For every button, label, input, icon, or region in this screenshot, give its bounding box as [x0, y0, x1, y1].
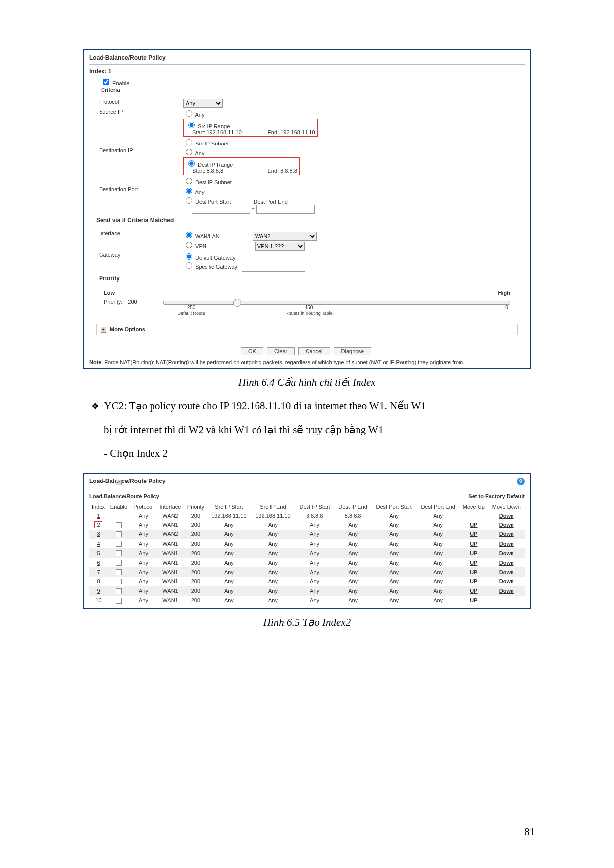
index-link[interactable]: 9 [97, 588, 100, 594]
set-factory-default-link[interactable]: Set to Factory Default [468, 493, 525, 499]
gw-specific-radio[interactable] [186, 262, 192, 269]
cell-src-start: Any [207, 577, 251, 586]
index-link[interactable]: 10 [95, 597, 101, 603]
dport-end-input[interactable] [256, 205, 315, 214]
src-subnet-radio[interactable] [186, 139, 192, 145]
protocol-select[interactable]: Any [183, 99, 223, 108]
vpn-text: VPN [195, 243, 206, 249]
dst-subnet-radio[interactable] [186, 178, 192, 184]
cell-src-end: Any [251, 596, 295, 605]
vpn-select[interactable]: VPN 1.??? [255, 242, 305, 251]
figure-caption-6-5: Hình 6.5 Tạo Index2 [79, 616, 535, 628]
enable-checkbox[interactable] [116, 588, 122, 594]
table-row: 5AnyWAN1200AnyAnyAnyAnyAnyAnyUPDown [89, 548, 525, 558]
move-up-link[interactable]: UP [470, 531, 477, 537]
enable-checkbox[interactable] [116, 531, 122, 537]
move-up-link[interactable]: UP [470, 522, 477, 528]
cell-src-start: Any [207, 548, 251, 558]
cell-src-end: Any [251, 530, 295, 539]
cancel-button[interactable]: Cancel [298, 347, 330, 355]
wanlan-radio[interactable] [186, 232, 192, 238]
dst-any-radio[interactable] [186, 149, 192, 155]
enable-checkbox[interactable] [116, 541, 122, 547]
enable-checkbox[interactable] [116, 560, 122, 566]
index-link[interactable]: 5 [97, 550, 100, 556]
table-header-row: Index Enable Protocol Interface Priority… [89, 502, 525, 511]
enable-checkbox[interactable] [103, 79, 109, 85]
table-row: 10AnyWAN1200AnyAnyAnyAnyAnyAnyUP [89, 596, 525, 605]
cell-interface: WAN2 [156, 511, 184, 520]
src-range-radio[interactable] [188, 122, 195, 128]
move-down-link[interactable]: Down [499, 579, 514, 584]
src-any-radio[interactable] [186, 110, 192, 117]
dport-start-input[interactable] [192, 205, 250, 214]
cell-dport-start: Any [371, 586, 416, 595]
move-up-link[interactable]: UP [470, 550, 477, 556]
gw-default-text: Default Gateway [195, 255, 235, 261]
move-down-link[interactable]: Down [499, 541, 514, 547]
index-link[interactable]: 7 [97, 569, 100, 575]
wan-select[interactable]: WAN2 [253, 232, 317, 241]
cell-dst-start: Any [295, 577, 334, 586]
enable-checkbox[interactable] [116, 522, 122, 528]
move-down-link[interactable]: Down [499, 531, 514, 537]
enable-checkbox[interactable] [116, 569, 122, 575]
index-link[interactable]: 8 [97, 579, 100, 584]
dst-range-radio[interactable] [188, 160, 195, 167]
tick-250: 250 [187, 305, 196, 310]
index-link[interactable]: 2 [94, 521, 102, 528]
cell-dport-start: Any [371, 558, 416, 567]
move-down-link[interactable]: Down [499, 513, 514, 519]
move-down-link[interactable]: Down [499, 588, 514, 594]
page-number: 81 [524, 826, 535, 838]
src-start-label: Start: [192, 129, 205, 135]
move-down-link[interactable]: Down [499, 522, 514, 528]
cell-dport-start: Any [371, 511, 416, 520]
route-policy-form-screenshot: Load-Balance/Route Policy Index: 1 Enabl… [83, 49, 531, 369]
gw-specific-input[interactable] [242, 263, 305, 272]
more-options-label[interactable]: More Options [110, 326, 145, 332]
enable-checkbox[interactable] [116, 550, 122, 556]
enable-checkbox[interactable] [116, 579, 122, 584]
vpn-radio[interactable] [186, 242, 192, 248]
move-up-link[interactable]: UP [470, 597, 477, 603]
expand-icon[interactable]: + [101, 327, 106, 333]
enable-checkbox[interactable] [116, 598, 122, 604]
index-link[interactable]: 4 [97, 541, 100, 547]
clear-button[interactable]: Clear [267, 347, 295, 355]
move-up-link[interactable]: UP [470, 579, 477, 584]
diagnose-button[interactable]: Diagnose [334, 347, 371, 355]
move-down-link[interactable]: Down [499, 550, 514, 556]
help-icon[interactable]: ? [517, 478, 525, 485]
dport-end-text: Dest Port End [254, 199, 287, 205]
enable-checkbox[interactable] [116, 480, 122, 485]
choose-index2-line: - Chọn Index 2 [79, 444, 535, 464]
dport-range-radio[interactable] [186, 197, 192, 204]
index-link[interactable]: 6 [97, 560, 100, 566]
move-down-link[interactable]: Down [499, 560, 514, 566]
ok-button[interactable]: OK [241, 347, 263, 355]
cell-protocol: Any [130, 558, 156, 567]
move-up-link[interactable]: UP [470, 569, 477, 575]
cell-dst-start: Any [295, 520, 334, 530]
cell-protocol: Any [130, 586, 156, 595]
cell-dport-end: Any [416, 577, 460, 586]
figure-caption-6-4: Hình 6.4 Cấu hình chi tiết Index [79, 376, 535, 388]
priority-slider[interactable] [163, 301, 510, 305]
index-link[interactable]: 1 [97, 513, 100, 519]
gw-default-radio[interactable] [186, 253, 192, 260]
move-up-link[interactable]: UP [470, 588, 477, 594]
index-link[interactable]: 3 [97, 531, 100, 537]
cell-protocol: Any [130, 577, 156, 586]
cell-src-end: Any [251, 520, 295, 530]
cell-dport-start: Any [371, 530, 416, 539]
slider-thumb[interactable] [233, 299, 241, 307]
dport-start-text: Dest Port Start [195, 199, 231, 205]
move-up-link[interactable]: UP [470, 560, 477, 566]
wanlan-text: WAN/LAN [195, 233, 220, 239]
move-up-link[interactable]: UP [470, 541, 477, 547]
move-down-link[interactable]: Down [499, 569, 514, 575]
dport-any-radio[interactable] [186, 188, 192, 194]
cell-interface: WAN1 [156, 596, 184, 605]
cell-interface: WAN1 [156, 567, 184, 577]
